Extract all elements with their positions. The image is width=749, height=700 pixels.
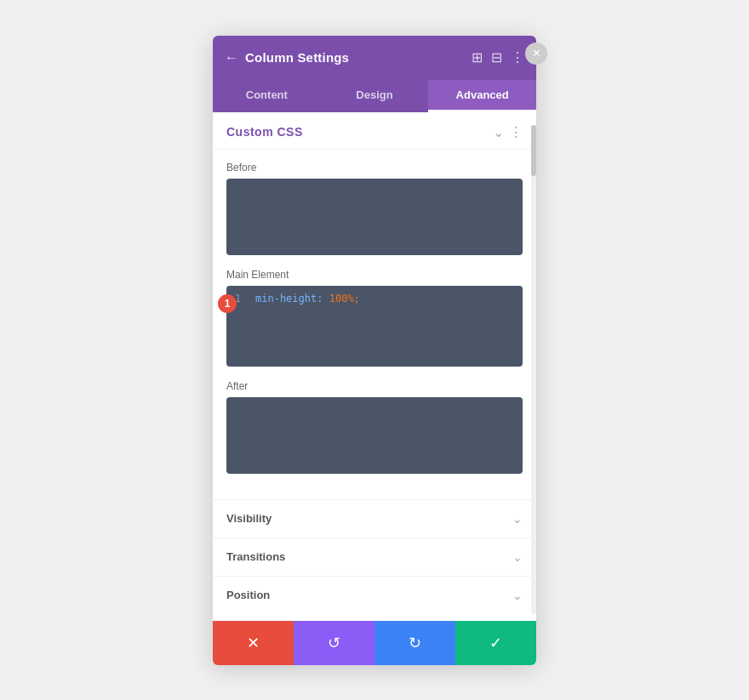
layout-icon[interactable]: ⊟ xyxy=(491,49,502,65)
save-button[interactable]: ✓ xyxy=(455,621,536,665)
panel-header: ← Column Settings ⊞ ⊟ ⋮ xyxy=(213,36,536,80)
panel-content: Custom CSS ⌄ ⋮ Before Main Element 1 xyxy=(213,112,536,621)
before-field: Before xyxy=(226,162,523,255)
tab-advanced[interactable]: Advanced xyxy=(428,80,536,112)
panel-title: Column Settings xyxy=(245,50,349,65)
before-label: Before xyxy=(226,162,523,174)
tabs-bar: Content Design Advanced xyxy=(213,80,536,112)
line-badge: 1 xyxy=(218,294,237,313)
main-element-editor[interactable]: 1 min-height: 100%; xyxy=(226,286,523,367)
scroll-track xyxy=(531,125,536,614)
transitions-section[interactable]: Transitions ⌄ xyxy=(213,538,536,576)
main-element-wrapper: 1 1 min-height: 100%; xyxy=(226,286,523,367)
back-button[interactable]: ← xyxy=(225,50,238,65)
after-field: After xyxy=(226,380,523,474)
panel-footer: ✕ ↺ ↻ ✓ xyxy=(213,621,536,665)
cancel-button[interactable]: ✕ xyxy=(213,621,294,665)
redo-button[interactable]: ↻ xyxy=(374,621,455,665)
after-label: After xyxy=(226,380,523,392)
position-title: Position xyxy=(226,589,270,601)
code-line-1: 1 min-height: 100%; xyxy=(226,286,523,311)
position-section[interactable]: Position ⌄ xyxy=(213,576,536,614)
position-chevron: ⌄ xyxy=(512,589,523,602)
tab-design[interactable]: Design xyxy=(321,80,429,112)
more-options-icon[interactable]: ⋮ xyxy=(511,49,524,65)
custom-css-section-header: Custom CSS ⌄ ⋮ xyxy=(213,112,536,150)
visibility-title: Visibility xyxy=(226,512,272,525)
css-fields-section: Before Main Element 1 1 min-height: 100%… xyxy=(213,150,536,499)
header-icons: ⊞ ⊟ ⋮ xyxy=(472,49,524,65)
css-property: min-height: xyxy=(255,293,323,304)
after-editor[interactable] xyxy=(226,397,523,474)
css-value: 100%; xyxy=(323,293,359,304)
fullscreen-icon[interactable]: ⊞ xyxy=(472,49,483,65)
main-element-label: Main Element xyxy=(226,269,523,281)
tab-content[interactable]: Content xyxy=(213,80,321,112)
transitions-title: Transitions xyxy=(226,550,285,563)
custom-css-title: Custom CSS xyxy=(226,125,303,139)
transitions-chevron: ⌄ xyxy=(512,550,523,564)
collapse-icon[interactable]: ⌄ xyxy=(493,124,504,140)
code-text: min-height: 100%; xyxy=(255,293,360,304)
undo-button[interactable]: ↺ xyxy=(294,621,374,665)
section-more-icon[interactable]: ⋮ xyxy=(509,124,523,140)
close-button[interactable]: ✕ xyxy=(525,43,547,65)
main-element-field: Main Element 1 1 min-height: 100%; xyxy=(226,269,523,367)
section-header-icons: ⌄ ⋮ xyxy=(493,124,523,140)
visibility-chevron: ⌄ xyxy=(512,512,523,526)
scroll-thumb[interactable] xyxy=(531,125,536,176)
before-editor[interactable] xyxy=(226,179,523,255)
column-settings-panel: ← Column Settings ⊞ ⊟ ⋮ Content Design A… xyxy=(213,36,536,665)
visibility-section[interactable]: Visibility ⌄ xyxy=(213,499,536,538)
